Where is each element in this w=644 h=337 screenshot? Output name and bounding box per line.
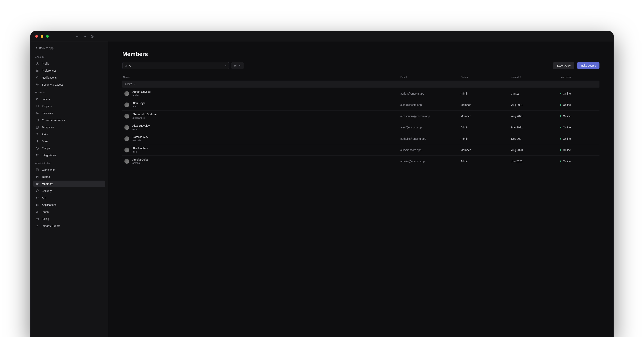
sidebar-item-profile[interactable]: Profile xyxy=(33,60,106,67)
avatar xyxy=(124,148,129,153)
sidebar-item-label: Teams xyxy=(42,175,50,178)
chevron-down-icon xyxy=(239,64,241,67)
cell-email: alan@encom.app xyxy=(400,103,461,106)
sidebar-item-security[interactable]: Security xyxy=(33,188,106,194)
svg-point-15 xyxy=(38,148,38,148)
cell-name: Allie Hughesallie xyxy=(123,147,400,153)
th-last-seen[interactable]: Last seen xyxy=(560,76,599,79)
svg-point-4 xyxy=(37,71,37,72)
cell-last-seen: Online xyxy=(560,115,599,118)
asks-icon xyxy=(36,133,39,136)
sidebar-item-label: API xyxy=(42,196,46,199)
clear-search-icon[interactable] xyxy=(224,64,227,67)
sidebar: Back to app AccountProfilePreferencesNot… xyxy=(30,42,108,337)
sidebar-item-customer-requests[interactable]: Customer requests xyxy=(33,117,106,124)
preferences-icon xyxy=(36,69,39,72)
table-row[interactable]: Allie Hughesallieallie@encom.appMemberAu… xyxy=(122,144,600,156)
security-icon xyxy=(36,189,39,193)
online-status-icon xyxy=(560,149,561,151)
sidebar-item-import-export[interactable]: Import / Export xyxy=(33,223,106,229)
filter-dropdown[interactable]: All xyxy=(231,62,244,69)
sidebar-item-label: Plans xyxy=(42,210,48,213)
table-row[interactable]: Amelia Cellarameliaamelia@encom.appAdmin… xyxy=(122,156,600,167)
sidebar-item-label: Members xyxy=(42,182,53,185)
filter-label: All xyxy=(234,64,237,67)
search-input[interactable] xyxy=(129,64,223,67)
sidebar-item-api[interactable]: API xyxy=(33,195,106,201)
cell-status: Admin xyxy=(461,160,511,163)
sidebar-item-notifications[interactable]: Notifications xyxy=(33,74,106,81)
cell-email: alex@encom.app xyxy=(400,126,461,129)
sidebar-item-workspace[interactable]: Workspace xyxy=(33,167,106,173)
cell-joined: Aug 2021 xyxy=(511,115,560,118)
online-status-icon xyxy=(560,127,561,128)
sort-ascending-icon xyxy=(520,76,522,79)
toolbar-right: Export CSV Invite people xyxy=(553,62,600,69)
nav-forward-icon[interactable] xyxy=(83,34,87,39)
member-username: allie xyxy=(132,150,148,153)
avatar xyxy=(124,159,129,164)
search-input-wrap[interactable] xyxy=(122,62,229,69)
th-email[interactable]: Email xyxy=(400,76,461,79)
cell-last-seen: Online xyxy=(560,148,599,152)
svg-point-1 xyxy=(37,63,38,64)
svg-rect-29 xyxy=(36,218,38,220)
sidebar-item-billing[interactable]: Billing xyxy=(33,216,106,222)
sidebar-item-members[interactable]: Members xyxy=(33,181,106,187)
table-row[interactable]: Adrien Griveauadrienadrien@encom.appAdmi… xyxy=(122,88,600,99)
svg-point-13 xyxy=(36,147,38,149)
members-icon xyxy=(36,182,39,186)
traffic-lights xyxy=(35,35,49,38)
member-username: alessandro xyxy=(132,116,156,119)
invite-people-button[interactable]: Invite people xyxy=(577,62,600,69)
sidebar-item-emojis[interactable]: Emojis xyxy=(33,145,106,152)
sidebar-item-security-access[interactable]: Security & access xyxy=(33,81,106,88)
back-to-app-label: Back to app xyxy=(39,47,54,50)
sidebar-item-asks[interactable]: Asks xyxy=(33,131,106,138)
sidebar-item-projects[interactable]: Projects xyxy=(33,103,106,110)
nav-back-icon[interactable] xyxy=(75,34,80,39)
svg-point-6 xyxy=(38,84,38,85)
member-username: alex xyxy=(132,128,150,131)
window-zoom-icon[interactable] xyxy=(46,35,49,38)
svg-point-3 xyxy=(38,71,38,71)
cell-last-seen: Online xyxy=(560,126,599,129)
sidebar-item-slas[interactable]: SLAs xyxy=(33,138,106,145)
avatar xyxy=(124,91,129,96)
back-to-app-link[interactable]: Back to app xyxy=(33,45,106,51)
svg-rect-16 xyxy=(36,154,37,155)
sidebar-item-initiatives[interactable]: Initiatives xyxy=(33,110,106,117)
sidebar-section-label: Features xyxy=(33,90,106,95)
sidebar-item-label: Customer requests xyxy=(42,119,65,122)
sidebar-item-labels[interactable]: Labels xyxy=(33,96,106,103)
customer-requests-icon xyxy=(36,119,39,122)
th-name[interactable]: Name xyxy=(123,76,400,79)
table-row[interactable]: Alan Doylealanalan@encom.appMemberAug 20… xyxy=(122,99,600,111)
sidebar-item-preferences[interactable]: Preferences xyxy=(33,67,106,74)
sidebar-item-teams[interactable]: Teams xyxy=(33,174,106,180)
th-status[interactable]: Status xyxy=(461,76,511,79)
group-row-active[interactable]: Active 7 xyxy=(122,81,600,88)
sidebar-item-plans[interactable]: Plans xyxy=(33,209,106,215)
svg-point-2 xyxy=(36,70,37,70)
th-joined[interactable]: Joined xyxy=(511,76,560,79)
sidebar-item-label: Import / Export xyxy=(42,224,60,227)
online-status-icon xyxy=(560,93,561,94)
sidebar-item-integrations[interactable]: Integrations xyxy=(33,152,106,159)
svg-rect-26 xyxy=(38,204,38,205)
history-icon[interactable] xyxy=(90,34,94,39)
projects-icon xyxy=(36,105,39,108)
name-column: Allie Hughesallie xyxy=(132,147,148,153)
export-csv-button[interactable]: Export CSV xyxy=(553,62,574,69)
sidebar-item-applications[interactable]: Applications xyxy=(33,202,106,208)
table-row[interactable]: Alessandro Oddonealessandroalessandro@en… xyxy=(122,111,600,122)
table-row[interactable]: Alex Suevalovalexalex@encom.appAdminMar … xyxy=(122,122,600,133)
sidebar-item-templates[interactable]: Templates xyxy=(33,124,106,131)
window-close-icon[interactable] xyxy=(35,35,38,38)
window-minimize-icon[interactable] xyxy=(41,35,43,38)
sidebar-item-label: Asks xyxy=(42,133,48,136)
cell-email: amelia@encom.app xyxy=(400,160,461,163)
svg-rect-28 xyxy=(38,205,38,206)
table-row[interactable]: Nathalie Alexnathalienathalie@encom.appA… xyxy=(122,133,600,144)
sidebar-item-label: Profile xyxy=(42,62,50,65)
